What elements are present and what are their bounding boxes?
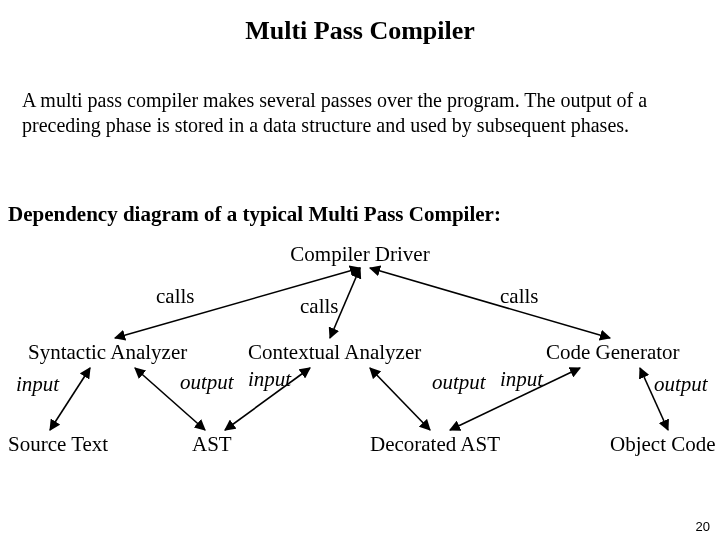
ast-label: AST	[192, 432, 232, 457]
diagram-arrows	[0, 0, 720, 540]
intro-paragraph: A multi pass compiler makes several pass…	[22, 88, 690, 138]
calls-label-left: calls	[156, 284, 194, 309]
dependency-heading: Dependency diagram of a typical Multi Pa…	[8, 202, 501, 227]
page-number: 20	[696, 519, 710, 534]
input-label-1: input	[16, 372, 59, 397]
object-code-label: Object Code	[610, 432, 716, 457]
input-label-3: input	[500, 367, 543, 392]
code-generator-label: Code Generator	[546, 340, 680, 365]
output-label-2: output	[432, 370, 486, 395]
decorated-ast-label: Decorated AST	[370, 432, 500, 457]
calls-label-right: calls	[500, 284, 538, 309]
output-label-3: output	[654, 372, 708, 397]
output-label-1: output	[180, 370, 234, 395]
source-text-label: Source Text	[8, 432, 108, 457]
input-label-2: input	[248, 367, 291, 392]
slide-title: Multi Pass Compiler	[0, 16, 720, 46]
calls-label-mid: calls	[300, 294, 338, 319]
contextual-analyzer-label: Contextual Analyzer	[248, 340, 421, 365]
svg-line-2	[370, 268, 610, 338]
compiler-driver-label: Compiler Driver	[0, 242, 720, 267]
svg-line-6	[370, 368, 430, 430]
syntactic-analyzer-label: Syntactic Analyzer	[28, 340, 187, 365]
